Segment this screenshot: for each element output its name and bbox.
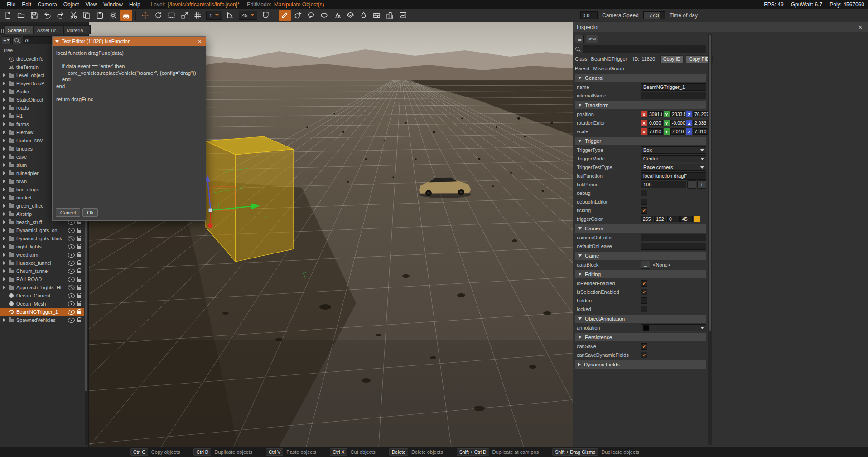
position-x-input[interactable]: 3091.0 [648, 111, 663, 117]
cancel-button[interactable]: Cancel [56, 208, 80, 217]
name-input[interactable]: BeamNGTrigger_1 [641, 83, 706, 91]
save-level-button[interactable] [28, 10, 40, 21]
menu-window[interactable]: Window [100, 1, 126, 8]
section-dynamic-fields[interactable]: Dynamic Fields [575, 360, 706, 369]
lock-icon[interactable] [77, 309, 82, 315]
section-camera[interactable]: Camera [575, 224, 706, 233]
collapse-icon[interactable] [55, 40, 59, 43]
menu-camera[interactable]: Camera [34, 1, 60, 8]
inspector-scrollbar[interactable] [708, 34, 712, 445]
decal-tool-button[interactable] [344, 10, 357, 21]
lock-icon[interactable] [77, 236, 82, 241]
camera-speed-input[interactable]: 0.0 [580, 11, 598, 19]
panel-handle-icon[interactable] [1, 26, 4, 34]
expand-arrow-icon[interactable] [3, 188, 5, 191]
menu-help[interactable]: Help [126, 1, 144, 8]
debugineditor-checkbox[interactable] [641, 199, 647, 205]
expand-arrow-icon[interactable] [3, 139, 5, 142]
scale-x-input[interactable]: 7.010 [648, 128, 663, 135]
lock-icon[interactable] [77, 252, 82, 258]
expand-arrow-icon[interactable] [3, 155, 5, 159]
undo-button[interactable] [41, 10, 53, 21]
open-level-button[interactable] [15, 10, 27, 21]
eye-icon[interactable] [68, 228, 75, 233]
hidden-checkbox[interactable] [641, 297, 647, 304]
eye-icon[interactable] [68, 260, 75, 266]
lock-icon[interactable] [77, 293, 82, 298]
scale-z-input[interactable]: 7.010 [693, 128, 708, 135]
tree-item[interactable]: Approach_Lights_HI [0, 283, 84, 292]
section-trigger[interactable]: Trigger [575, 137, 706, 145]
snap-to-ground-button[interactable] [260, 10, 272, 21]
tree-item[interactable]: weedfarm [0, 251, 84, 259]
create-object-button[interactable]: NEW [586, 35, 598, 43]
tree-item[interactable]: Choum_tunnel [0, 267, 84, 275]
terrain-tool-button[interactable] [397, 10, 409, 21]
expand-arrow-icon[interactable] [3, 122, 5, 126]
tab-asset-browser[interactable]: Asset Br... [34, 25, 63, 34]
defaultonleave-input[interactable] [641, 243, 706, 250]
river-tool-button[interactable] [357, 10, 370, 21]
eye-off-icon[interactable] [68, 285, 75, 290]
position-z-input[interactable]: 76.207 [693, 111, 708, 117]
cut-button[interactable] [68, 10, 80, 21]
eye-off-icon[interactable] [68, 236, 75, 241]
color-g-input[interactable]: 192 [654, 216, 666, 222]
trigger-color-swatch[interactable] [694, 216, 700, 222]
increment-button[interactable]: + [697, 180, 706, 189]
translate-tool-button[interactable] [139, 10, 151, 21]
panel-close-icon[interactable]: × [92, 28, 95, 34]
color-r-input[interactable]: 255 [641, 216, 653, 222]
tickperiod-input[interactable]: 100 [641, 181, 686, 188]
inspector-search-input[interactable] [583, 45, 706, 53]
expand-arrow-icon[interactable] [3, 114, 5, 118]
isselectionenabled-checkbox[interactable] [641, 289, 647, 295]
ok-button[interactable]: Ok [82, 208, 98, 217]
decrement-button[interactable]: - [687, 180, 696, 189]
tree-item-selected[interactable]: BeamNGTrigger_1 [0, 308, 84, 316]
isrenderenabled-checkbox[interactable] [641, 280, 647, 287]
expand-arrow-icon[interactable] [3, 180, 5, 183]
expand-arrow-icon[interactable] [3, 286, 5, 289]
ellipse-tool-button[interactable] [318, 10, 330, 21]
cansavedynamicfields-checkbox[interactable] [641, 352, 647, 358]
expand-arrow-icon[interactable] [3, 90, 5, 93]
lock-icon[interactable] [77, 317, 82, 323]
locked-checkbox[interactable] [641, 306, 647, 312]
expand-arrow-icon[interactable] [3, 131, 5, 134]
menu-edit[interactable]: Edit [19, 1, 34, 8]
triggertype-dropdown[interactable]: Box [641, 146, 706, 154]
editor-settings-button[interactable] [107, 10, 119, 21]
datablock-browse-button[interactable]: ... [641, 261, 650, 269]
lock-icon[interactable] [77, 260, 82, 266]
expand-arrow-icon[interactable] [3, 245, 5, 248]
annotation-dropdown[interactable] [641, 324, 706, 331]
expand-arrow-icon[interactable] [3, 253, 5, 257]
eye-icon[interactable] [68, 244, 75, 249]
cameraonenter-input[interactable] [641, 234, 706, 241]
road-tool-button[interactable] [371, 10, 383, 21]
scale-y-input[interactable]: 7.010 [670, 128, 685, 135]
tree-item[interactable]: SpawnedVehicles [0, 316, 84, 324]
lasso-tool-button[interactable] [305, 10, 317, 21]
dialog-titlebar[interactable]: Text Editor (11820) luaFunction × [53, 37, 206, 46]
expand-arrow-icon[interactable] [3, 106, 5, 110]
expand-arrow-icon[interactable] [3, 277, 5, 281]
tab-material-editor[interactable]: Materia... [63, 25, 91, 34]
copy-button[interactable] [81, 10, 93, 21]
lock-icon[interactable] [77, 285, 82, 290]
eye-icon[interactable] [68, 293, 75, 298]
new-level-button[interactable] [2, 10, 14, 21]
ticking-checkbox[interactable] [641, 207, 647, 214]
tree-item[interactable]: DynamicLights_blink [0, 234, 84, 243]
lock-icon[interactable] [77, 277, 82, 282]
triggermode-dropdown[interactable]: Center [641, 155, 706, 162]
rotation-y-input[interactable]: -0.000 [670, 120, 685, 126]
expand-arrow-icon[interactable] [3, 269, 5, 273]
lock-icon[interactable] [77, 268, 82, 274]
angle-snap-dropdown[interactable]: 45 [239, 11, 257, 20]
gizmo-center-handle[interactable] [208, 208, 212, 212]
lock-icon[interactable] [77, 244, 82, 249]
vehicle-tool-button[interactable] [120, 10, 132, 21]
tree-item[interactable]: DynamicLights_on [0, 226, 84, 234]
